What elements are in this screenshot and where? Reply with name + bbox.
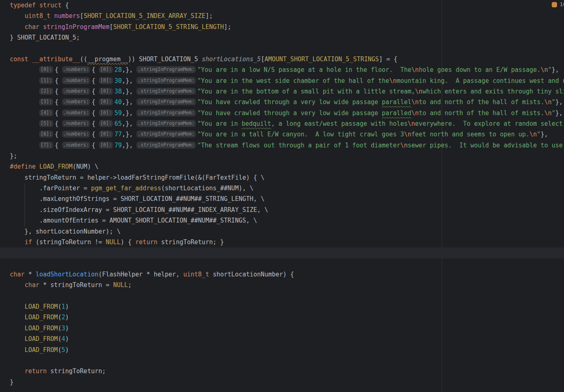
inlay-hint: .numbers:	[62, 109, 90, 116]
token-plain: ,},	[122, 77, 137, 85]
token-plain: .sizeOfIndexArray = SHORT_LOCATION_##NUM…	[10, 206, 268, 214]
inlay-hint: [4]:	[39, 109, 53, 116]
token-plain	[10, 335, 25, 343]
code-line[interactable]: const __attribute__((__progmem__)) SHORT…	[0, 54, 564, 65]
token-plain: .farPointer =	[10, 185, 91, 192]
token-escape-sequence: \n	[544, 98, 552, 106]
token-plain: },	[552, 66, 559, 74]
token-plain: {	[55, 66, 62, 74]
token-string: "You have crawled through a very low wid…	[197, 98, 382, 106]
editor-pane[interactable]: typedef struct { uint8_t numbers[SHORT_L…	[0, 0, 564, 392]
code-line[interactable]: LOAD_FROM(4)	[0, 334, 564, 344]
inlay-hint: [6]:	[39, 131, 53, 138]
code-line[interactable]: .sizeOfIndexArray = SHORT_LOCATION_##NUM…	[0, 205, 564, 215]
inlay-hint: .stringInProgramMem:	[137, 88, 195, 95]
token-plain: } SHORT_LOCATION_5;	[10, 34, 80, 41]
token-macro: LOAD_FROM	[25, 335, 58, 343]
code-line[interactable]: if (stringToReturn != NULL) { return str…	[0, 237, 564, 247]
code-line[interactable]: char * stringToReturn = NULL;	[0, 280, 564, 290]
token-keyword: return	[135, 238, 157, 246]
token-plain	[10, 238, 25, 246]
token-plain: (NUM) \	[73, 163, 98, 170]
token-number: 30	[114, 77, 122, 85]
token-plain: ,},	[122, 120, 137, 127]
warning-icon	[552, 2, 557, 7]
code-line[interactable]: [1]:{ .numbers:{ [0]:30,}, .stringInProg…	[0, 76, 564, 86]
code-line[interactable]	[0, 258, 564, 269]
code-line[interactable]: char stringInProgramMem[SHORT_LOCATION_5…	[0, 22, 564, 32]
code-line[interactable]: [2]:{ .numbers:{ [0]:38,}, .stringInProg…	[0, 86, 564, 97]
code-line[interactable]: typedef struct {	[0, 0, 564, 11]
token-plain: }	[10, 379, 13, 386]
token-string-typo: paralled	[382, 109, 411, 117]
token-plain: },	[555, 109, 563, 117]
code-line[interactable]: [4]:{ .numbers:{ [0]:59,}, .stringInProg…	[0, 108, 564, 118]
code-line[interactable]: [0]:{ .numbers:{ [0]:28,}, .stringInProg…	[0, 65, 564, 75]
code-line[interactable]: }	[0, 377, 564, 388]
code-line[interactable]: [5]:{ .numbers:{ [0]:65,}, .stringInProg…	[0, 118, 564, 129]
token-plain: {	[55, 109, 62, 117]
code-line[interactable]: .amountOfEntries = AMOUNT_SHORT_LOCATION…	[0, 215, 564, 226]
code-line[interactable]: LOAD_FROM(5)	[0, 345, 564, 355]
code-line[interactable]: [3]:{ .numbers:{ [0]:40,}, .stringInProg…	[0, 97, 564, 107]
code-line[interactable]: LOAD_FROM(1)	[0, 301, 564, 312]
token-string: "You are in the west side chamber of the…	[197, 77, 389, 85]
code-line[interactable]	[0, 355, 564, 366]
inlay-hint: .stringInProgramMem:	[137, 120, 195, 127]
inlay-hint: [0]:	[99, 88, 113, 95]
token-string: "The stream flows out through a pair of …	[197, 142, 401, 149]
inspections-widget[interactable]: 10	[552, 1, 564, 8]
token-attribute: __progmem__	[87, 56, 128, 63]
token-escape-sequence: \n	[412, 109, 419, 117]
inlay-hint: [5]:	[39, 120, 53, 127]
inlay-hint: [3]:	[39, 98, 53, 105]
token-plain: {	[92, 131, 99, 138]
code-line[interactable]: stringToReturn = helper->loadFarStringFr…	[0, 172, 564, 183]
token-field: numbers	[54, 12, 80, 20]
token-plain	[10, 281, 25, 289]
code-line[interactable]	[0, 43, 564, 53]
token-plain	[36, 163, 39, 170]
code-line[interactable]: char * loadShortLocation(FlashHelper * h…	[0, 269, 564, 280]
inlay-hint: .stringInProgramMem:	[137, 98, 195, 105]
token-string: "You are in the bottom of a small pit wi…	[197, 88, 415, 95]
inlay-hint: [0]:	[99, 109, 113, 116]
token-keyword: __attribute__	[32, 56, 80, 63]
token-plain	[10, 88, 39, 95]
token-string: "You have crawled through a very low wid…	[197, 109, 382, 117]
inlay-hint: [1]:	[39, 77, 53, 84]
code-area[interactable]: typedef struct { uint8_t numbers[SHORT_L…	[0, 0, 564, 392]
token-plain	[10, 66, 39, 74]
code-line[interactable]: .maxLengthOfStrings = SHORT_LOCATION_##N…	[0, 194, 564, 204]
inlay-hint: [2]:	[39, 88, 53, 95]
token-escape-sequence: \n	[530, 131, 537, 138]
code-line[interactable]: LOAD_FROM(3)	[0, 323, 564, 334]
code-line[interactable]: } SHORT_LOCATION_5;	[0, 32, 564, 43]
token-keyword: if	[25, 238, 32, 246]
token-plain: )	[65, 303, 69, 310]
code-line[interactable]: LOAD_FROM(2)	[0, 312, 564, 323]
code-line[interactable]: }, shortLocationNumber); \	[0, 226, 564, 237]
code-line[interactable]: uint8_t numbers[SHORT_LOCATION_5_INDEX_A…	[0, 11, 564, 21]
code-line[interactable]: return stringToReturn;	[0, 366, 564, 376]
token-macro: AMOUNT_SHORT_LOCATION_5_STRINGS	[264, 56, 379, 63]
token-escape-sequence: \n	[404, 131, 412, 138]
token-plain: shortLocationNumber) {	[209, 271, 294, 278]
code-line[interactable]: };	[0, 151, 564, 161]
code-line[interactable]: #define LOAD_FROM(NUM) \	[0, 161, 564, 172]
code-line-caret[interactable]	[0, 247, 564, 258]
inlay-hint: .numbers:	[62, 88, 90, 95]
code-line[interactable]: .farPointer = pgm_get_far_address(shortL…	[0, 183, 564, 194]
token-string-typo: bedquilt	[242, 120, 271, 127]
inlay-hint: [0]:	[99, 142, 113, 149]
token-plain: stringToReturn;	[47, 368, 106, 375]
code-line[interactable]	[0, 291, 564, 301]
code-line[interactable]: [7]:{ .numbers:{ [0]:79,}, .stringInProg…	[0, 140, 564, 151]
token-number: 59	[114, 109, 122, 117]
code-line[interactable]: [6]:{ .numbers:{ [0]:77,}, .stringInProg…	[0, 129, 564, 140]
token-keyword: uint8_t	[25, 12, 50, 20]
inlay-hint: [0]:	[39, 66, 53, 73]
token-string: "You are in a tall E/W canyon. A low tig…	[197, 131, 404, 138]
token-plain: (FlashHelper * helper,	[98, 271, 184, 278]
inspections-count: 10	[560, 1, 564, 8]
